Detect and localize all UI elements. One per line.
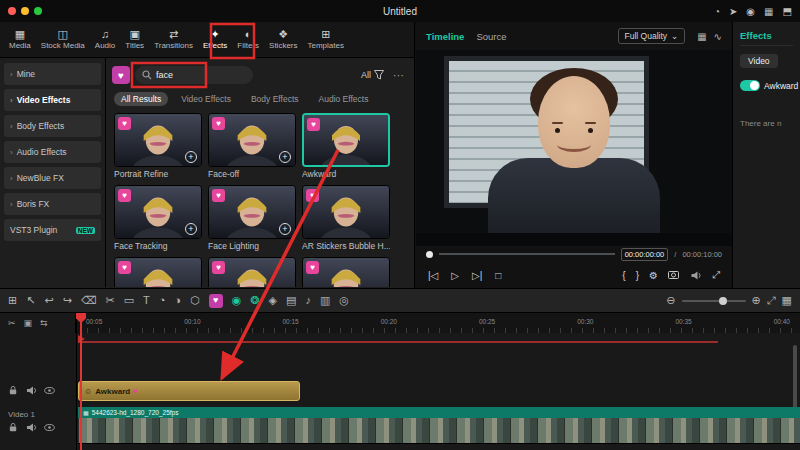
tab-audio[interactable]: ♫Audio [90,22,120,57]
search-box[interactable] [135,66,253,84]
tab-stickers[interactable]: ❖Stickers [264,22,302,57]
filter-tab-audio-effects[interactable]: Audio Effects [312,92,376,106]
gift-icon[interactable]: ◔ [714,6,720,17]
text-tool-icon[interactable]: T [143,295,150,306]
effect-card-ar-stickers-bubble[interactable]: ♥ AR Stickers Bubble H... [302,185,390,251]
tab-transitions[interactable]: ⇄Transitions [149,22,198,57]
video-viewport[interactable] [416,50,732,246]
filter-tab-all-results[interactable]: All Results [114,92,168,106]
share-icon[interactable]: ➤ [729,6,737,17]
lock-track-icon[interactable] [8,385,19,396]
sidebar-item-body-effects[interactable]: ›Body Effects [4,115,101,137]
split-scissors-icon[interactable]: ✂ [105,295,114,306]
tab-stock-media[interactable]: ◫Stock Media [36,22,90,57]
effect-card-portrait-refine[interactable]: ♥ + Portrait Refine [114,113,202,179]
keyframe-icon[interactable]: ◈ [269,295,277,306]
previous-frame-button[interactable]: |◁ [428,270,438,281]
media-view-icon[interactable]: ⊞ [8,295,17,306]
settings-gear-icon[interactable]: ⚙ [649,270,658,281]
speed-icon[interactable]: ◔ [159,295,166,306]
mute-track-icon[interactable] [26,385,37,396]
effect-card-face-tracking[interactable]: ♥ + Face Tracking [114,185,202,251]
search-input[interactable] [156,70,236,80]
redo-icon[interactable]: ↪ [63,295,72,306]
filter-tab-body-effects[interactable]: Body Effects [244,92,306,106]
volume-icon[interactable] [690,270,702,281]
add-effect-icon[interactable]: + [185,223,197,235]
tab-effects[interactable]: ✦Effects [198,22,232,57]
scrubber-handle[interactable] [426,251,433,258]
mask-icon[interactable]: ⬡ [190,295,200,306]
delete-icon[interactable]: ⌫ [81,295,97,306]
zoom-out-icon[interactable]: ⊖ [666,295,675,306]
sidebar-item-mine[interactable]: ›Mine [4,63,101,85]
track-manager-icon[interactable]: ▦ [782,295,792,306]
mark-out-icon[interactable]: } [636,270,639,281]
tab-filters[interactable]: ◐Filters [232,22,264,57]
chroma-key-icon[interactable]: ❂ [250,295,259,306]
effect-card-partial[interactable]: ♥ [208,257,296,287]
filter-tab-video-effects[interactable]: Video Effects [174,92,238,106]
effect-card-face-off[interactable]: ♥ + Face-off [208,113,296,179]
export-icon[interactable]: ⬒ [783,6,792,17]
playhead-line[interactable] [80,313,82,450]
swap-icon[interactable]: ⇆ [40,318,48,328]
effect-card-partial[interactable]: ♥ [302,257,390,287]
pointer-tool-icon[interactable]: ↖ [26,295,35,306]
add-effect-icon[interactable]: + [185,151,197,163]
record-icon[interactable]: ◎ [339,295,349,306]
scrubber-track[interactable] [439,253,615,255]
more-options-button[interactable]: ⋯ [389,69,408,82]
marker-icon[interactable]: ▥ [320,295,330,306]
video-clip-header[interactable]: ▦ 5442623-hd_1280_720_25fps [78,407,800,418]
video-properties-tab[interactable]: Video [740,54,778,68]
video-clip-filmstrip[interactable] [78,418,800,444]
fullscreen-icon[interactable]: ⤢ [712,269,720,281]
effect-card-awkward[interactable]: ♥ Awkward [302,113,390,179]
audio-mixer-icon[interactable]: ♪ [305,295,311,306]
play-button[interactable]: ▷ [451,270,459,281]
mute-track-icon[interactable] [26,422,37,433]
preview-tab-timeline[interactable]: Timeline [426,31,464,42]
face-effect-badge-icon[interactable]: ♥ [112,66,130,84]
undo-icon[interactable]: ↩ [44,295,53,306]
crop-icon[interactable]: ▭ [124,295,134,306]
awkward-effect-clip[interactable]: ☺ Awkward ♥ [78,381,300,401]
lock-track-icon[interactable] [8,422,19,433]
tab-titles[interactable]: ▣Titles [120,22,149,57]
quality-dropdown[interactable]: Full Quality ⌄ [618,28,686,44]
scopes-icon[interactable]: ∿ [714,31,722,42]
awkward-effect-toggle[interactable] [740,80,760,91]
stop-button[interactable]: □ [495,270,501,281]
sidebar-item-boris-fx[interactable]: ›Boris FX [4,193,101,215]
sidebar-item-audio-effects[interactable]: ›Audio Effects [4,141,101,163]
face-effect-active-icon[interactable]: ◉ [232,295,242,306]
zoom-slider[interactable] [682,300,746,302]
sidebar-item-newblue-fx[interactable]: ›NewBlue FX [4,167,101,189]
fit-timeline-icon[interactable]: ⤢ [767,295,776,306]
color-icon[interactable]: ◑ [174,295,181,306]
next-frame-button[interactable]: ▷| [472,270,482,281]
add-effect-icon[interactable]: + [279,151,291,163]
snapshot-camera-icon[interactable] [668,269,680,281]
hide-track-icon[interactable] [44,385,55,396]
ai-face-icon[interactable]: ♥ [209,294,223,308]
sidebar-item-video-effects[interactable]: ›Video Effects [4,89,101,111]
preview-tab-source[interactable]: Source [476,31,506,42]
tab-templates[interactable]: ⊞Templates [303,22,349,57]
link-clips-icon[interactable]: ▣ [24,318,33,328]
mark-in-icon[interactable]: { [622,270,625,281]
timeline-ruler[interactable]: 00:05 00:10 00:15 00:20 00:25 00:30 00:3… [76,313,800,333]
motion-track-icon[interactable]: ▤ [286,295,296,306]
tab-media[interactable]: ▦Media [4,22,36,57]
zoom-in-icon[interactable]: ⊕ [752,295,761,306]
effect-card-face-lighting[interactable]: ♥ + Face Lighting [208,185,296,251]
hide-track-icon[interactable] [44,422,55,433]
effect-card-partial[interactable]: ♥ [114,257,202,287]
layout-icon[interactable]: ▦ [764,6,773,17]
all-filter-button[interactable]: All [361,70,384,80]
quick-split-icon[interactable]: ✂ [8,318,16,328]
layout-grid-icon[interactable]: ▦ [697,31,706,42]
sidebar-item-vst3-plugin[interactable]: VST3 PluginNEW [4,219,101,241]
add-effect-icon[interactable]: + [279,223,291,235]
